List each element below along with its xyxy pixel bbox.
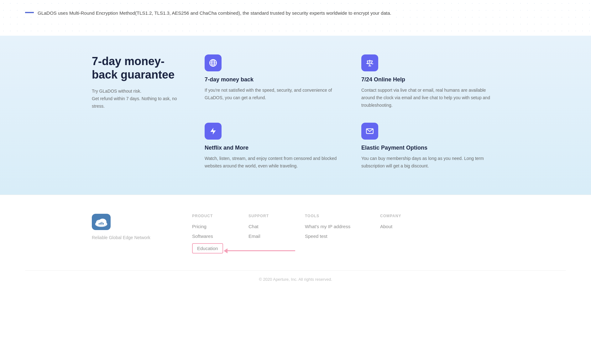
- svg-rect-16: [99, 223, 100, 225]
- money-back-heading: 7-day money-back guarantee: [92, 54, 186, 81]
- footer-copyright: © 2020 Aperture, Inc. All rights reserve…: [25, 277, 566, 282]
- footer-col-support: SUPPORT Chat Email: [248, 214, 292, 258]
- footer-link-speedtest[interactable]: Speed test: [305, 233, 368, 239]
- feature-1-title: 7-day money back: [205, 76, 343, 83]
- scale-icon-box: [361, 54, 378, 71]
- feature-4-title: Elastic Payment Options: [361, 145, 499, 151]
- feature-2-title: 7/24 Online Help: [361, 76, 499, 83]
- footer: Reliable Global Edge Network PRODUCT Pri…: [0, 195, 591, 291]
- feature-3-title: Netflix and More: [205, 145, 343, 151]
- footer-link-softwares[interactable]: Softwares: [192, 233, 236, 239]
- spacer: [92, 123, 186, 170]
- footer-col-product-heading: PRODUCT: [192, 214, 236, 218]
- money-back-title-block: 7-day money-back guarantee Try GLaDOS wi…: [92, 54, 186, 110]
- feature-1-desc: If you're not satisfied with the speed, …: [205, 87, 343, 102]
- feature-netflix: Netflix and More Watch, listen, stream, …: [205, 123, 343, 170]
- lightning-icon: [209, 127, 217, 135]
- svg-point-15: [99, 219, 107, 225]
- arrow-annotation: [226, 250, 295, 251]
- logo-tagline: Reliable Global Edge Network: [92, 235, 180, 240]
- encryption-description: GLaDOS uses Multi-Round Encryption Metho…: [38, 9, 391, 17]
- footer-link-about[interactable]: About: [380, 224, 430, 229]
- top-section: GLaDOS uses Multi-Round Encryption Metho…: [0, 0, 591, 36]
- feature-payment: Elastic Payment Options You can buy memb…: [361, 123, 499, 170]
- blue-dash-icon: [25, 12, 34, 13]
- envelope-icon: [366, 127, 374, 135]
- lightning-icon-box: [205, 123, 222, 140]
- footer-col-company-heading: COMPANY: [380, 214, 430, 218]
- feature-2-desc: Contact support via live chat or email, …: [361, 87, 499, 109]
- svg-rect-19: [103, 223, 104, 225]
- footer-col-tools: TOOLS What's my IP address Speed test: [305, 214, 368, 258]
- footer-link-education[interactable]: Education: [192, 243, 223, 254]
- footer-col-product: PRODUCT Pricing Softwares Education: [192, 214, 236, 258]
- svg-rect-18: [102, 222, 102, 225]
- encryption-text-block: GLaDOS uses Multi-Round Encryption Metho…: [25, 0, 566, 23]
- footer-link-ip[interactable]: What's my IP address: [305, 224, 368, 229]
- footer-bottom: © 2020 Aperture, Inc. All rights reserve…: [25, 270, 566, 282]
- svg-rect-17: [100, 223, 101, 225]
- feature-online-help: 7/24 Online Help Contact support via liv…: [361, 54, 499, 110]
- svg-marker-11: [210, 128, 216, 135]
- arrow-line: [226, 250, 295, 251]
- education-link-wrap: Education: [192, 243, 223, 258]
- footer-col-support-heading: SUPPORT: [248, 214, 292, 218]
- feature-money-back: 7-day money back If you're not satisfied…: [205, 54, 343, 110]
- feature-3-desc: Watch, listen, stream, and enjoy content…: [205, 155, 343, 170]
- globe-icon: [209, 59, 217, 67]
- footer-col-company: COMPANY About: [380, 214, 430, 258]
- footer-logo-block: Reliable Global Edge Network: [92, 214, 180, 258]
- footer-link-pricing[interactable]: Pricing: [192, 224, 236, 229]
- footer-link-email[interactable]: Email: [248, 233, 292, 239]
- cloud-logo-icon: [94, 216, 108, 228]
- feature-4-desc: You can buy membership days as long as y…: [361, 155, 499, 170]
- envelope-icon-box: [361, 123, 378, 140]
- money-back-grid: 7-day money-back guarantee Try GLaDOS wi…: [92, 54, 499, 170]
- money-back-subtitle: Try GLaDOS without risk. Get refund with…: [92, 88, 186, 110]
- money-back-section: 7-day money-back guarantee Try GLaDOS wi…: [0, 36, 591, 195]
- globe-icon-box: [205, 54, 222, 71]
- scale-icon: [366, 59, 374, 67]
- footer-link-chat[interactable]: Chat: [248, 224, 292, 229]
- logo-icon: [92, 214, 111, 230]
- footer-col-tools-heading: TOOLS: [305, 214, 368, 218]
- footer-grid: Reliable Global Edge Network PRODUCT Pri…: [92, 214, 499, 258]
